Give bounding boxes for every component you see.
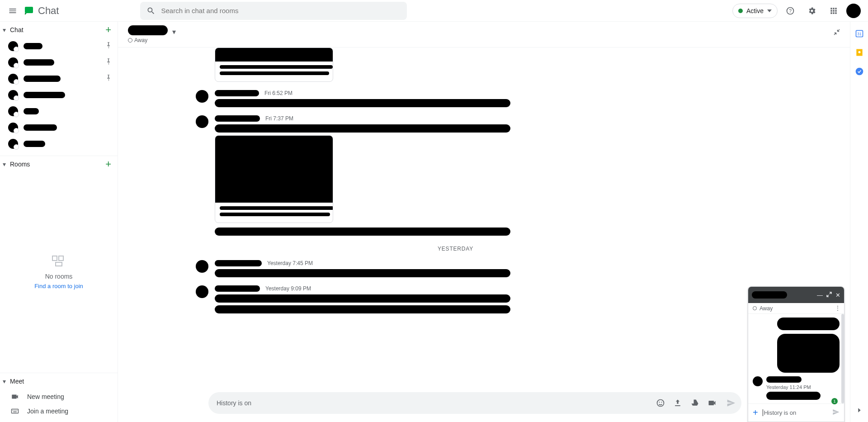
drive-icon <box>690 398 699 408</box>
pin-icon <box>106 75 111 83</box>
upload-button[interactable] <box>670 395 685 411</box>
send-button[interactable] <box>723 395 739 411</box>
sidebar-chat-item[interactable] <box>0 87 118 103</box>
attachment-text-line <box>220 213 330 216</box>
settings-button[interactable] <box>803 2 821 20</box>
chat-list <box>0 38 118 156</box>
contact-avatar <box>8 74 18 84</box>
conversation-menu-button[interactable]: ▾ <box>172 28 176 36</box>
emoji-button[interactable] <box>653 395 668 411</box>
apps-grid-icon <box>829 6 838 15</box>
rooms-section-header[interactable]: ▾ Rooms + <box>0 156 118 172</box>
popup-sender-name <box>766 376 802 383</box>
search-input[interactable] <box>161 7 401 14</box>
new-chat-button[interactable]: + <box>105 24 111 36</box>
join-meeting-button[interactable]: Join a meeting <box>0 404 118 418</box>
svg-rect-9 <box>15 410 16 411</box>
contact-name <box>24 108 39 114</box>
popup-scrollbar[interactable] <box>841 314 844 403</box>
presence-status-button[interactable]: Active <box>732 4 778 18</box>
svg-point-13 <box>659 402 660 403</box>
keep-icon[interactable] <box>855 48 864 57</box>
status-active-dot-icon <box>738 9 743 13</box>
sidebar-chat-item[interactable] <box>0 54 118 71</box>
popup-messages[interactable]: Yesterday 11:24 PM <box>748 314 844 403</box>
message-text <box>215 269 510 277</box>
attachment-card[interactable] <box>215 47 333 82</box>
message-avatar <box>196 90 208 103</box>
caret-down-icon: ▾ <box>3 26 8 33</box>
message-sender-name <box>215 115 260 122</box>
popup-close-button[interactable]: ✕ <box>835 292 840 299</box>
new-room-button[interactable]: + <box>105 158 111 170</box>
svg-rect-4 <box>59 256 63 261</box>
help-icon: ? <box>786 6 795 15</box>
contact-avatar <box>8 90 18 100</box>
caret-down-icon: ▾ <box>3 161 8 168</box>
svg-rect-7 <box>13 410 14 411</box>
chat-logo-icon <box>24 5 34 16</box>
popup-minimize-button[interactable]: — <box>817 292 823 299</box>
popup-contact-name <box>752 291 787 299</box>
new-meeting-button[interactable]: New meeting <box>0 389 118 404</box>
message-group: Yesterday 7:45 PM <box>215 260 850 277</box>
main-menu-button[interactable] <box>4 2 22 20</box>
video-call-button[interactable] <box>704 395 720 411</box>
tasks-icon[interactable] <box>855 67 864 76</box>
account-avatar[interactable] <box>846 4 861 18</box>
conversation-title <box>128 25 168 35</box>
sidebar-chat-item[interactable] <box>0 38 118 54</box>
attachment-card[interactable] <box>215 135 333 223</box>
messages-pane[interactable]: Fri 6:52 PMFri 7:37 PMYESTERDAYYesterday… <box>118 47 850 392</box>
svg-point-19 <box>855 68 863 76</box>
popup-incoming-timestamp: Yesterday 11:24 PM <box>766 384 821 390</box>
collapse-button[interactable] <box>833 28 841 38</box>
contact-avatar <box>8 123 18 133</box>
svg-rect-11 <box>13 412 17 413</box>
popup-send-button[interactable] <box>832 408 840 417</box>
popup-header[interactable]: — ✕ <box>748 287 844 303</box>
popup-expand-button[interactable] <box>826 292 832 299</box>
meet-section-header[interactable]: ▾ Meet <box>0 373 118 389</box>
popup-add-button[interactable]: + <box>753 408 758 418</box>
message-timestamp: Yesterday 7:45 PM <box>267 260 313 266</box>
popup-more-button[interactable]: ⋮ <box>835 305 840 311</box>
svg-rect-3 <box>52 256 57 261</box>
app-logo[interactable]: Chat <box>24 5 59 17</box>
rooms-empty-state: No rooms Find a room to join <box>0 172 118 373</box>
popup-incoming-message: Yesterday 11:24 PM <box>753 376 840 400</box>
gear-icon <box>807 6 816 15</box>
message-group: Fri 7:37 PM <box>215 115 850 236</box>
search-bar[interactable] <box>140 2 407 20</box>
rooms-empty-title: No rooms <box>45 273 73 280</box>
contact-name <box>24 76 61 82</box>
sidebar-chat-item[interactable] <box>0 103 118 119</box>
help-button[interactable]: ? <box>781 2 799 20</box>
message-group: Fri 6:52 PM <box>215 90 850 107</box>
svg-rect-5 <box>56 262 62 266</box>
conversation-header: ▾ Away <box>118 22 850 47</box>
drive-button[interactable] <box>687 395 703 411</box>
sidebar-chat-item[interactable] <box>0 119 118 136</box>
find-room-link[interactable]: Find a room to join <box>34 283 83 289</box>
chat-section-header[interactable]: ▾ Chat + <box>0 22 118 38</box>
apps-button[interactable] <box>825 2 843 20</box>
message-sender-name <box>215 285 260 292</box>
side-panel-toggle[interactable] <box>854 405 865 416</box>
popup-unread-badge: 1 <box>831 398 838 404</box>
date-divider: YESTERDAY <box>215 246 850 252</box>
popup-compose[interactable]: + History is on <box>748 403 844 422</box>
svg-point-18 <box>858 51 860 53</box>
svg-rect-0 <box>25 7 33 13</box>
sidebar: ▾ Chat + ▾ Rooms + No rooms Find a room … <box>0 22 118 422</box>
contact-name <box>24 124 57 131</box>
calendar-icon[interactable]: 31 <box>855 29 864 38</box>
upload-icon <box>673 398 682 408</box>
compose-bar[interactable]: History is on <box>208 392 741 414</box>
svg-rect-10 <box>17 410 18 411</box>
product-name: Chat <box>38 5 59 17</box>
contact-avatar <box>8 41 18 51</box>
sidebar-chat-item[interactable] <box>0 136 118 152</box>
sidebar-chat-item[interactable] <box>0 71 118 87</box>
conversation-main: ▾ Away Fri 6:52 PMFri 7:37 PMYESTERDAYYe… <box>118 22 850 422</box>
